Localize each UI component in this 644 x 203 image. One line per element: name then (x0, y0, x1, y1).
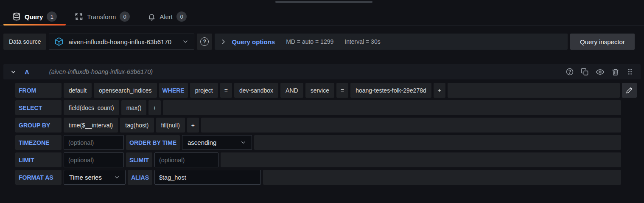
where-condition-segment[interactable]: AND (280, 83, 303, 98)
editor-tabbar: Query 1 Transform 0 Alert 0 (0, 0, 644, 26)
group-by-label: GROUP BY (15, 118, 62, 133)
transform-icon (75, 12, 83, 21)
query-help-icon[interactable] (566, 68, 574, 76)
where-tag-value-segment[interactable]: hoang-testes-folk-29e278d (350, 83, 431, 98)
alias-input[interactable] (154, 170, 261, 185)
where-operator-segment[interactable]: = (336, 83, 348, 98)
database-icon (12, 12, 21, 21)
chevron-down-icon (240, 139, 246, 146)
datasource-value: aiven-influxdb-hoang-influx-63b6170 (68, 38, 177, 45)
from-label: FROM (15, 83, 62, 98)
format-as-select[interactable]: Time series (64, 170, 126, 185)
from-row: FROM default opensearch_indices WHERE pr… (15, 83, 637, 98)
format-as-row: FORMAT AS Time series ALIAS (15, 170, 621, 185)
tab-query[interactable]: Query 1 (3, 9, 66, 24)
group-by-row: GROUP BY time($__interval) tag(host) fil… (15, 118, 621, 133)
timezone-row: TIMEZONE ORDER BY TIME ascending (15, 135, 621, 150)
datasource-picker[interactable]: aiven-influxdb-hoang-influx-63b6170 (49, 34, 194, 50)
query-options-bar: Query options MD = auto = 1299 Interval … (215, 34, 568, 50)
datasource-label: Data source (3, 34, 46, 50)
datasource-help-button[interactable]: ? (197, 34, 212, 50)
limit-input[interactable] (64, 152, 124, 167)
select-add-button[interactable]: + (148, 100, 160, 115)
row-filler (263, 170, 621, 185)
tab-query-count-badge: 1 (47, 11, 57, 22)
alias-label: ALIAS (128, 170, 152, 185)
query-options-md: MD = auto = 1299 (286, 38, 333, 45)
format-as-value: Time series (69, 174, 102, 181)
timezone-input[interactable] (64, 135, 124, 150)
select-row: SELECT field(docs_count) max() + (15, 100, 621, 115)
select-field-segment[interactable]: field(docs_count) (64, 100, 119, 115)
query-options-toggle[interactable]: Query options (232, 38, 275, 45)
timezone-label: TIMEZONE (15, 135, 62, 150)
where-tag-value-segment[interactable]: dev-sandbox (234, 83, 278, 98)
chevron-down-icon (182, 38, 189, 45)
row-filler (201, 118, 621, 133)
where-add-condition-button[interactable]: + (434, 83, 445, 98)
query-datasource-hint: (aiven-influxdb-hoang-influx-63b6170) (49, 68, 153, 75)
tab-transform[interactable]: Transform 0 (66, 9, 139, 24)
from-measurement-segment[interactable]: opensearch_indices (94, 83, 157, 98)
slimit-input[interactable] (154, 152, 218, 167)
group-by-tag-segment[interactable]: tag(host) (120, 118, 154, 133)
order-by-time-label: ORDER BY TIME (126, 135, 180, 150)
query-options-interval: Interval = 30s (344, 38, 380, 45)
where-tag-key-segment[interactable]: service (305, 83, 334, 98)
duplicate-query-icon[interactable] (581, 68, 589, 76)
query-inspector-button[interactable]: Query inspector (570, 34, 635, 50)
query-editor: A (aiven-influxdb-hoang-influx-63b6170) … (3, 64, 641, 185)
toggle-visibility-eye-icon[interactable] (596, 68, 605, 76)
toggle-raw-query-pencil-icon[interactable] (622, 83, 637, 98)
select-label: SELECT (15, 100, 62, 115)
where-operator-segment[interactable]: = (220, 83, 232, 98)
limit-label: LIMIT (15, 152, 62, 167)
tab-transform-label: Transform (87, 13, 116, 20)
help-icon: ? (200, 37, 209, 46)
order-by-time-select[interactable]: ascending (182, 135, 252, 150)
group-by-time-segment[interactable]: time($__interval) (64, 118, 118, 133)
tab-alert-count-badge: 0 (176, 11, 187, 22)
tab-alert[interactable]: Alert 0 (139, 9, 196, 24)
datasource-toolbar: Data source aiven-influxdb-hoang-influx-… (3, 34, 635, 50)
chevron-right-icon (220, 39, 227, 45)
order-by-time-value: ascending (188, 139, 216, 146)
row-filler (448, 83, 620, 98)
from-policy-segment[interactable]: default (64, 83, 92, 98)
tab-alert-label: Alert (160, 13, 173, 20)
drag-handle-dots-icon[interactable] (626, 68, 634, 76)
collapse-chevron-icon[interactable] (10, 69, 17, 75)
tab-query-label: Query (25, 13, 43, 20)
where-tag-key-segment[interactable]: project (190, 83, 218, 98)
query-ref-id: A (25, 68, 29, 76)
row-filler (221, 152, 621, 167)
chevron-down-icon (114, 174, 120, 180)
row-filler (163, 100, 621, 115)
group-by-fill-segment[interactable]: fill(null) (156, 118, 185, 133)
limit-row: LIMIT SLIMIT (15, 152, 621, 167)
delete-query-trash-icon[interactable] (611, 68, 619, 76)
bell-icon (148, 13, 156, 21)
influxdb-logo-icon (54, 37, 64, 46)
tab-transform-count-badge: 0 (120, 11, 130, 22)
slimit-label: SLIMIT (126, 152, 152, 167)
query-header-row: A (aiven-influxdb-hoang-influx-63b6170) (3, 64, 641, 79)
select-aggregation-segment[interactable]: max() (121, 100, 147, 115)
group-by-add-button[interactable]: + (187, 118, 199, 133)
row-filler (254, 135, 621, 150)
format-as-label: FORMAT AS (15, 170, 62, 185)
where-keyword: WHERE (159, 83, 188, 98)
